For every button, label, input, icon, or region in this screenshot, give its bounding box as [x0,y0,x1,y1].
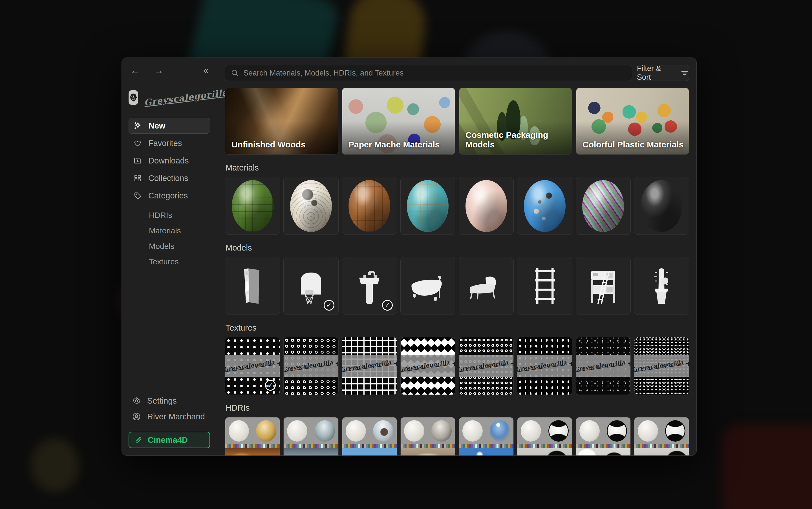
matte-sphere-icon [579,420,600,442]
downloaded-check-icon: ✓ [382,300,393,311]
heart-icon [133,139,142,148]
hdri-thumb-studio-softbox-1[interactable] [517,417,572,455]
sidebar-item-categories[interactable]: Categories [129,188,210,203]
featured-card-cosmetic-packaging[interactable]: Cosmetic Packaging Models [459,88,572,155]
watermark-band: Greyscalegorilla + [635,355,689,377]
sidebar-subitem-hdris[interactable]: HDRIs [129,207,210,223]
rose-gold-sphere [465,180,507,232]
material-thumb-speckled-metal[interactable] [283,177,338,235]
hdri-thumb-studio-softbox-2[interactable] [576,417,631,455]
hdri-preview [459,417,513,455]
material-thumb-rose-gold[interactable] [459,177,514,235]
main-content: Filter & Sort Unfinished Woods Paper Mac… [217,58,696,455]
watermark-text: Greyscalegorilla [459,359,509,373]
search-box[interactable] [225,65,632,81]
material-thumb-blue-chipped[interactable] [517,177,572,235]
account-name: River Marchand [147,412,205,421]
featured-card-paper-mache[interactable]: Paper Mache Materials [342,88,455,155]
hdri-thumb-warm-interior[interactable] [225,417,280,455]
featured-title: Colorful Plastic Materials [583,140,683,149]
watermark-plus: + [511,359,514,368]
section-title-materials: Materials [226,163,689,172]
material-thumb-knit-yarn[interactable] [576,177,631,235]
account-button[interactable]: River Marchand [129,409,210,425]
model-thumb-pedestal-sink[interactable]: ✓ [342,257,397,315]
color-checker-strip [517,444,572,448]
clay-stucco-sphere [641,180,682,232]
watermark-text: Greyscalegorilla [283,359,333,373]
panorama-industrial-interior [401,448,455,455]
material-thumb-green-tile[interactable] [225,177,280,235]
sidebar-item-new[interactable]: New [129,118,210,134]
color-checker-strip [401,444,455,448]
subitem-label: Materials [149,226,181,235]
material-thumb-clay-stucco[interactable] [634,177,689,235]
chrome-sphere-icon [548,420,569,442]
texture-thumb-diamonds[interactable]: Greyscalegorilla + [400,337,455,395]
watermark-text: Greyscalegorilla [400,359,450,373]
backdrop-flower-shape [31,439,79,492]
model-thumb-clawfoot-bathtub[interactable] [400,257,455,315]
texture-thumb-sparse-dots[interactable]: Greyscalegorilla + [576,337,631,395]
texture-thumb-dense-dashes[interactable]: Greyscalegorilla + [634,337,689,395]
hdri-thumb-overcast-park[interactable] [283,417,338,455]
panorama-sunny-coast [459,448,513,455]
forward-arrow-icon[interactable]: → [152,66,165,75]
featured-card-colorful-plastic[interactable]: Colorful Plastic Materials [576,88,689,155]
texture-thumb-small-diamonds[interactable]: Greyscalegorilla + [459,337,514,395]
model-thumb-potted-cactus[interactable] [634,257,689,315]
texture-thumb-oval-dots[interactable]: Greyscalegorilla + [517,337,572,395]
search-input[interactable] [243,69,626,77]
featured-collections: Unfinished Woods Paper Mache Materials C… [225,88,689,155]
material-thumb-teal-tile[interactable] [400,177,455,235]
settings-label: Settings [147,396,177,406]
hdri-thumb-sunny-coast[interactable] [459,417,514,455]
texture-thumb-square-dots[interactable]: Greyscalegorilla + ✓ [225,337,280,395]
bunk-bed-model [582,264,624,309]
sidebar-subitem-models[interactable]: Models [129,238,210,254]
sidebar-item-collections[interactable]: Collections [129,170,210,186]
model-thumb-shelving-unit[interactable] [517,257,572,315]
watermark-plus: + [628,359,631,368]
sidebar-subitem-materials[interactable]: Materials [129,223,210,238]
material-thumb-wood-parquet[interactable] [342,177,397,235]
matte-sphere-icon [404,420,424,442]
matte-sphere-icon [521,420,541,442]
hdri-preview [401,417,455,455]
sidebar-item-favorites[interactable]: Favorites [129,135,210,151]
watermark-plus: + [686,359,689,368]
sidebar-subitem-textures[interactable]: Textures [129,254,210,269]
texture-thumb-rings[interactable]: Greyscalegorilla + [283,337,338,395]
greyscalegorilla-plus-window: ← → « Greyscalegorilla [122,58,697,456]
knit-yarn-sphere [582,180,624,232]
collapse-sidebar-icon[interactable]: « [202,65,210,75]
model-thumb-basketball-hoop[interactable]: ✓ [283,257,338,315]
featured-card-unfinished-woods[interactable]: Unfinished Woods [225,88,338,155]
hdri-thumb-city-bridge[interactable] [342,417,397,455]
cinema4d-plugin-button[interactable]: Cinema4D [129,432,210,448]
link-icon [134,436,143,444]
model-thumb-arcade-cabinet[interactable] [225,257,280,315]
sidebar-item-label: Collections [148,174,188,183]
watermark-text: Greyscalegorilla [342,359,392,373]
model-thumb-daybed[interactable] [459,257,514,315]
settings-button[interactable]: Settings [129,393,210,409]
chrome-sphere-icon [490,420,510,442]
chrome-sphere-icon [431,420,452,442]
sidebar-item-downloads[interactable]: Downloads [129,153,210,169]
tag-icon [133,191,142,200]
filter-sort-button[interactable]: Filter & Sort [637,65,689,81]
user-icon [132,412,141,421]
gorilla-logo-icon [129,90,138,105]
watermark-band: Greyscalegorilla + [284,355,338,377]
sidebar-nav: New Favorites Downloads C [129,118,210,269]
models-row: ✓ ✓ [225,257,689,315]
color-checker-strip [576,444,630,448]
model-thumb-bunk-bed[interactable] [576,257,631,315]
hdri-thumb-studio-softbox-3[interactable] [634,417,689,455]
topbar: Filter & Sort [217,58,696,87]
texture-thumb-crosses[interactable]: Greyscalegorilla + [342,337,397,395]
hdri-thumb-industrial-interior[interactable] [400,417,455,455]
back-arrow-icon[interactable]: ← [129,66,141,75]
hdris-row [225,417,689,455]
